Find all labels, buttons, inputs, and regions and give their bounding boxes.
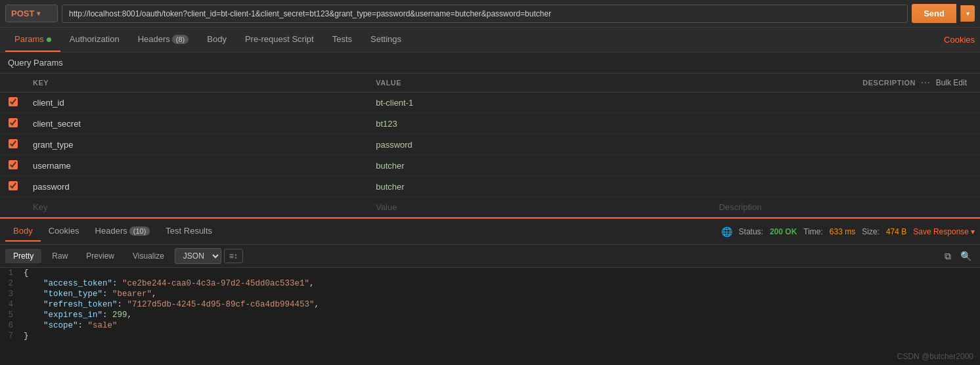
tab-authorization[interactable]: Authorization [60, 28, 129, 52]
empty-checkbox-cell [0, 198, 26, 217]
table-row: grant_type password [0, 135, 980, 156]
tab-settings[interactable]: Settings [361, 28, 411, 52]
copy-button[interactable]: ⧉ [941, 249, 954, 264]
params-dot [47, 37, 51, 42]
response-tabs-row: Body Cookies Headers(10) Test Results 🌐 … [0, 219, 980, 245]
line-number: 4 [0, 300, 24, 309]
tab-prerequest[interactable]: Pre-request Script [236, 28, 323, 52]
send-button[interactable]: Send [912, 4, 956, 23]
row-desc [712, 177, 980, 198]
more-options-icon[interactable]: ··· [921, 77, 931, 88]
json-line: 2 "access_token": "ce2be244-caa0-4c3a-97… [0, 278, 980, 289]
url-input[interactable] [62, 5, 908, 23]
row-key: password [26, 177, 369, 198]
fmt-tab-preview[interactable]: Preview [78, 249, 122, 263]
request-tabs: Params Authorization Headers(8) Body Pre… [0, 28, 980, 53]
tab-headers[interactable]: Headers(8) [129, 28, 198, 52]
row-value: bt-client-1 [369, 93, 712, 114]
line-number: 1 [0, 268, 24, 278]
row-key: client_id [26, 93, 369, 114]
table-row: password butcher [0, 177, 980, 198]
row-checkbox-cell [0, 177, 26, 198]
json-line-content: } [24, 332, 29, 341]
row-checkbox[interactable] [9, 160, 18, 169]
chevron-down-icon: ▾ [971, 227, 975, 236]
fmt-tab-raw[interactable]: Raw [44, 249, 76, 263]
table-row: client_id bt-client-1 [0, 93, 980, 114]
response-tab-headers[interactable]: Headers(10) [87, 221, 158, 242]
json-line: 4 "refresh_token": "7127d5db-4245-4d95-8… [0, 299, 980, 310]
row-key: username [26, 156, 369, 177]
response-tab-cookies[interactable]: Cookies [41, 221, 87, 242]
fmt-tab-visualize[interactable]: Visualize [125, 249, 172, 263]
row-checkbox[interactable] [9, 181, 18, 190]
globe-icon: 🌐 [721, 226, 732, 237]
json-line-content: "scope": "sale" [24, 321, 118, 330]
json-line: 1{ [0, 268, 980, 278]
row-key: grant_type [26, 135, 369, 156]
tab-body[interactable]: Body [198, 28, 236, 52]
col-checkbox [0, 74, 26, 93]
save-response-button[interactable]: Save Response ▾ [913, 227, 975, 236]
tab-params[interactable]: Params [5, 28, 60, 52]
row-key: client_secret [26, 114, 369, 135]
line-number: 3 [0, 290, 24, 299]
empty-key: Key [26, 198, 369, 217]
json-line: 7} [0, 331, 980, 341]
json-line-content: "expires_in": 299, [24, 311, 132, 320]
json-line-content: "access_token": "ce2be244-caa0-4c3a-97d2… [24, 279, 315, 288]
row-checkbox[interactable] [9, 97, 18, 106]
time-value: 633 ms [830, 227, 855, 236]
line-number: 5 [0, 311, 24, 320]
line-number: 6 [0, 321, 24, 330]
json-line: 3 "token_type": "bearer", [0, 289, 980, 299]
json-line: 5 "expires_in": 299, [0, 310, 980, 320]
url-bar: POST ▾ Send ▾ [0, 0, 980, 28]
row-desc [712, 114, 980, 135]
status-value: 200 OK [770, 227, 797, 236]
format-icon-button[interactable]: ≡↕ [224, 249, 243, 263]
row-desc [712, 93, 980, 114]
row-checkbox[interactable] [9, 139, 18, 148]
size-value: 474 B [886, 227, 906, 236]
empty-value: Value [369, 198, 712, 217]
empty-desc: Description [712, 198, 980, 217]
row-value: butcher [369, 156, 712, 177]
row-desc [712, 135, 980, 156]
json-line: 6 "scope": "sale" [0, 320, 980, 331]
table-row-empty: Key Value Description [0, 198, 980, 217]
response-section: Body Cookies Headers(10) Test Results 🌐 … [0, 217, 980, 341]
watermark: CSDN @butcher2000 [897, 352, 973, 361]
json-line-content: "refresh_token": "7127d5db-4245-4d95-89c… [24, 300, 319, 309]
cookies-link[interactable]: Cookies [944, 35, 975, 45]
search-button[interactable]: 🔍 [957, 249, 975, 263]
col-value-header: VALUE [369, 74, 712, 93]
json-response-view: 1{2 "access_token": "ce2be244-caa0-4c3a-… [0, 268, 980, 341]
line-number: 7 [0, 332, 24, 341]
table-row: client_secret bt123 [0, 114, 980, 135]
row-value: butcher [369, 177, 712, 198]
row-value: bt123 [369, 114, 712, 135]
fmt-tab-pretty[interactable]: Pretty [5, 249, 41, 263]
json-line-content: "token_type": "bearer", [24, 290, 157, 299]
response-tab-body[interactable]: Body [5, 221, 41, 242]
method-select[interactable]: POST ▾ [5, 5, 58, 22]
col-key-header: KEY [26, 74, 369, 93]
row-checkbox-cell [0, 93, 26, 114]
bulk-edit-button[interactable]: Bulk Edit [936, 78, 967, 87]
row-checkbox[interactable] [9, 118, 18, 127]
tab-tests[interactable]: Tests [323, 28, 361, 52]
row-desc [712, 156, 980, 177]
send-dropdown-button[interactable]: ▾ [960, 5, 975, 22]
row-checkbox-cell [0, 135, 26, 156]
query-params-label: Query Params [0, 53, 980, 74]
format-tabs-row: Pretty Raw Preview Visualize JSON ≡↕ ⧉ 🔍 [0, 245, 980, 268]
row-value: password [369, 135, 712, 156]
col-desc-header: DESCRIPTION ··· Bulk Edit [712, 74, 980, 93]
table-row: username butcher [0, 156, 980, 177]
row-checkbox-cell [0, 156, 26, 177]
json-line-content: { [24, 268, 29, 278]
line-number: 2 [0, 279, 24, 288]
format-select[interactable]: JSON [175, 248, 221, 264]
response-tab-test-results[interactable]: Test Results [158, 221, 220, 242]
